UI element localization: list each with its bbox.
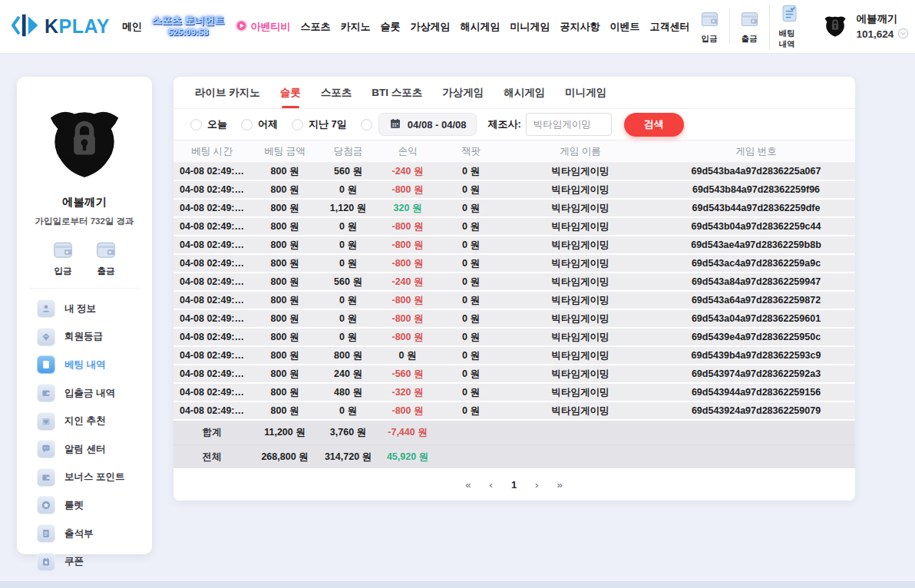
game-name: 빅타임게이밍 xyxy=(504,368,657,381)
table-row[interactable]: 04-08 02:49:… 800 원 560 원 -240 원 0 원 빅타임… xyxy=(173,273,855,292)
table-row[interactable]: 04-08 02:49:… 800 원 480 원 -320 원 0 원 빅타임… xyxy=(173,384,855,402)
jackpot: 0 원 xyxy=(438,386,504,399)
profit-loss: -800 원 xyxy=(377,312,438,325)
nav-item-virtual-games[interactable]: 가상게임 xyxy=(411,20,451,34)
game-name: 빅타임게이밍 xyxy=(504,257,657,270)
table-row[interactable]: 04-08 02:49:… 800 원 560 원 -240 원 0 원 빅타임… xyxy=(173,163,855,181)
tab-bti-sports[interactable]: BTI 스포츠 xyxy=(372,77,422,108)
user-balance: 101,624 xyxy=(857,28,894,40)
sidebar-item-notification-center[interactable]: 알림 센터 xyxy=(17,435,152,464)
game-name: 빅타임게이밍 xyxy=(504,220,657,233)
radio-last-7-days[interactable]: 지난 7일 xyxy=(292,117,347,131)
table-row[interactable]: 04-08 02:49:… 800 원 0 원 -800 원 0 원 빅타임게이… xyxy=(173,310,855,329)
nav-item-sports-tournament[interactable]: 스포츠 토너먼트 525:09:58 xyxy=(152,15,225,38)
chat-icon xyxy=(37,440,55,458)
sidebar-item-coupon[interactable]: 쿠폰 xyxy=(17,547,152,576)
coupon-icon xyxy=(37,553,55,571)
doc-icon xyxy=(37,524,55,543)
quick-deposit-button[interactable]: 입금 xyxy=(690,8,729,45)
sidebar-item-roulette[interactable]: 룰렛 xyxy=(17,491,152,520)
nav-item-customer-center[interactable]: 고객센터 xyxy=(650,20,690,34)
win-amount: 480 원 xyxy=(319,386,377,399)
table-row[interactable]: 04-08 02:49:… 800 원 0 원 -800 원 0 원 빅타임게이… xyxy=(173,236,855,255)
sidebar-item-bonus-points[interactable]: 보너스 포인트 xyxy=(17,464,152,492)
brand-name: KPLAY xyxy=(45,15,110,38)
game-name: 빅타임게이밍 xyxy=(504,183,657,197)
table-row[interactable]: 04-08 02:49:… 800 원 240 원 -560 원 0 원 빅타임… xyxy=(173,365,855,384)
nav-item-hash-games[interactable]: 해시게임 xyxy=(461,20,500,34)
table-row[interactable]: 04-08 02:49:… 800 원 1,120 원 320 원 0 원 빅타… xyxy=(173,200,855,218)
nav-item-events[interactable]: 이벤트 xyxy=(610,20,640,34)
pagination-next-page[interactable]: › xyxy=(535,479,539,491)
profile-deposit-button[interactable]: 입금 xyxy=(51,238,74,277)
radio-circle[interactable] xyxy=(190,119,202,130)
table-row[interactable]: 04-08 02:49:… 800 원 0 원 -800 원 0 원 빅타임게이… xyxy=(173,292,855,310)
totals-row: 전체 268,800 원 314,720 원 45,920 원 xyxy=(173,444,855,468)
sidebar: 에볼깨기 가입일로부터 732일 경과 입금 출금 내 정보 회원등급 베팅 내… xyxy=(17,77,152,554)
nav-item-casino[interactable]: 카지노 xyxy=(341,20,371,34)
radio-today[interactable]: 오늘 xyxy=(190,117,227,131)
profit-loss: -560 원 xyxy=(377,368,438,381)
game-name: 빅타임게이밍 xyxy=(504,294,657,307)
search-button[interactable]: 검색 xyxy=(624,113,684,137)
tab-hash-games[interactable]: 해시게임 xyxy=(504,77,545,108)
pagination-prev-page[interactable]: ‹ xyxy=(490,479,494,491)
table-row[interactable]: 04-08 02:49:… 800 원 0 원 -800 원 0 원 빅타임게이… xyxy=(173,181,855,200)
bet-time: 04-08 02:49:… xyxy=(173,313,250,324)
tab-virtual-games[interactable]: 가상게임 xyxy=(442,77,484,108)
quick-betting-history-button[interactable]: 배팅내역 xyxy=(769,3,809,50)
column-header: 당첨금 xyxy=(319,145,377,158)
profile-withdraw-button[interactable]: 출금 xyxy=(94,238,117,277)
bet-time: 04-08 02:49:… xyxy=(173,276,250,287)
tab-sports[interactable]: 스포츠 xyxy=(321,77,352,108)
radio-circle[interactable] xyxy=(361,119,372,130)
sidebar-item-referral[interactable]: 지인 추천 xyxy=(17,407,152,435)
sidebar-item-transactions[interactable]: 입출금 내역 xyxy=(17,379,152,408)
pagination-first-page[interactable]: « xyxy=(465,479,471,491)
quick-withdraw-button[interactable]: 출금 xyxy=(729,8,769,45)
kplay-logo[interactable]: KPLAY xyxy=(9,11,110,43)
totals-win: 3,760 원 xyxy=(319,426,377,439)
totals-profit-loss: -7,440 원 xyxy=(377,426,438,439)
pagination-page-1[interactable]: 1 xyxy=(511,479,517,491)
table-row[interactable]: 04-08 02:49:… 800 원 0 원 -800 원 0 원 빅타임게이… xyxy=(173,218,855,236)
tab-slots[interactable]: 슬롯 xyxy=(280,77,301,108)
profit-loss: -800 원 xyxy=(377,294,438,307)
sidebar-item-my-info[interactable]: 내 정보 xyxy=(17,295,152,323)
table-row[interactable]: 04-08 02:49:… 800 원 0 원 -800 원 0 원 빅타임게이… xyxy=(173,255,855,273)
manufacturer-input[interactable] xyxy=(526,113,612,136)
sidebar-item-attendance[interactable]: 출석부 xyxy=(17,520,152,548)
pagination-last-page[interactable]: » xyxy=(557,479,563,491)
sidebar-item-betting-history[interactable]: 베팅 내역 xyxy=(17,351,152,379)
nav-item-mini-games[interactable]: 미니게임 xyxy=(510,20,550,34)
star-icon xyxy=(37,496,55,514)
table-row[interactable]: 04-08 02:49:… 800 원 0 원 -800 원 0 원 빅타임게이… xyxy=(173,402,855,421)
nav-item-sports[interactable]: 스포츠 xyxy=(301,20,331,34)
radio-custom-range[interactable] xyxy=(361,119,372,130)
bet-amount: 800 원 xyxy=(250,294,319,307)
game-number: 69d543b44a97d28362259dfe xyxy=(657,203,855,213)
nav-item-slots[interactable]: 슬롯 xyxy=(381,20,401,34)
radio-circle[interactable] xyxy=(292,119,303,130)
nav-item-aventivi[interactable]: 아벤티비 xyxy=(235,19,291,35)
bet-time: 04-08 02:49:… xyxy=(173,350,250,361)
date-range-picker[interactable]: 04/08 - 04/08 xyxy=(378,113,477,136)
jackpot: 0 원 xyxy=(438,276,504,289)
sidebar-item-member-grade[interactable]: 회원등급 xyxy=(17,323,152,352)
table-row[interactable]: 04-08 02:49:… 800 원 800 원 0 원 0 원 빅타임게이밍… xyxy=(173,347,855,365)
radio-yesterday[interactable]: 어제 xyxy=(241,117,278,131)
jackpot: 0 원 xyxy=(438,257,504,270)
game-number: 69d543a64a97d28362259872 xyxy=(657,295,855,306)
tab-mini-games[interactable]: 미니게임 xyxy=(565,77,606,108)
bet-time: 04-08 02:49:… xyxy=(173,387,250,398)
game-name: 빅타임게이밍 xyxy=(504,386,657,399)
nav-item-notice[interactable]: 공지사항 xyxy=(560,20,600,34)
tab-live-casino[interactable]: 라이브 카지노 xyxy=(195,77,260,108)
radio-circle[interactable] xyxy=(241,119,253,130)
nav-item-main[interactable]: 메인 xyxy=(122,20,142,34)
user-box[interactable]: 에볼깨기 101,624 xyxy=(821,12,910,42)
column-header: 베팅 시간 xyxy=(173,145,250,158)
table-body: 04-08 02:49:… 800 원 560 원 -240 원 0 원 빅타임… xyxy=(173,163,855,421)
chevron-down-icon[interactable] xyxy=(897,28,909,41)
table-row[interactable]: 04-08 02:49:… 800 원 0 원 -800 원 0 원 빅타임게이… xyxy=(173,329,855,347)
